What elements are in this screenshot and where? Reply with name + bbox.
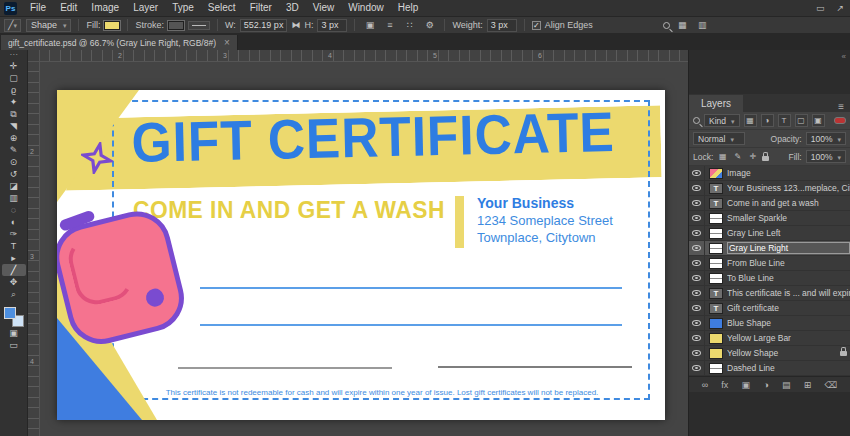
fill-dropdown[interactable]: 100% xyxy=(806,150,846,163)
align-edges-checkbox[interactable] xyxy=(532,21,541,30)
document-tab[interactable]: gift_certificate.psd @ 66.7% (Gray Line … xyxy=(1,35,238,50)
blend-mode-dropdown[interactable]: Normal xyxy=(693,132,745,145)
menu-type[interactable]: Type xyxy=(165,0,201,16)
share-icon[interactable]: ↗ xyxy=(830,3,850,13)
new-layer-icon[interactable]: ⊞ xyxy=(804,380,812,390)
menu-filter[interactable]: Filter xyxy=(243,0,279,16)
link-dimensions-icon[interactable]: ⧓ xyxy=(291,20,300,30)
menu-help[interactable]: Help xyxy=(391,0,426,16)
visibility-toggle[interactable] xyxy=(689,256,705,270)
toolbar-overflow-icon[interactable]: ⋯ xyxy=(10,51,18,60)
layer-mask-icon[interactable]: ▣ xyxy=(742,380,751,390)
visibility-toggle[interactable] xyxy=(689,241,705,255)
workspace-layout-icon[interactable]: ▦ xyxy=(675,19,690,32)
dodge-tool[interactable]: ◐ xyxy=(2,216,26,228)
canvas-document[interactable]: GIFT CERTIFICATE COME IN AND GET A WASH … xyxy=(57,90,665,420)
stroke-style-picker[interactable] xyxy=(188,21,210,30)
layer-row[interactable]: Yellow Shape xyxy=(689,346,850,361)
lock-image-pixels-icon[interactable]: ✎ xyxy=(732,152,743,161)
stroke-swatch[interactable] xyxy=(168,21,184,30)
menu-edit[interactable]: Edit xyxy=(53,0,84,16)
layer-row[interactable]: Blue Shape xyxy=(689,316,850,331)
fill-swatch[interactable] xyxy=(104,21,120,30)
visibility-toggle[interactable] xyxy=(689,271,705,285)
layer-group-icon[interactable]: ▤ xyxy=(782,380,791,390)
layer-row[interactable]: Image xyxy=(689,166,850,181)
search-icon[interactable] xyxy=(663,22,670,29)
eyedropper-tool[interactable]: ◥ xyxy=(2,120,26,132)
menu-layer[interactable]: Layer xyxy=(126,0,165,16)
visibility-toggle[interactable] xyxy=(689,286,705,300)
menu-view[interactable]: View xyxy=(306,0,342,16)
path-alignment-icon[interactable]: ≡ xyxy=(382,19,397,32)
layer-row[interactable]: Yellow Large Bar xyxy=(689,331,850,346)
path-arrangement-icon[interactable]: ∷ xyxy=(402,19,417,32)
tool-preset-picker[interactable]: ╱ xyxy=(4,19,21,32)
menu-file[interactable]: File xyxy=(23,0,53,16)
window-restore-icon[interactable]: ▭ xyxy=(810,3,831,13)
path-select-tool[interactable]: ▸ xyxy=(2,252,26,264)
layer-row[interactable]: Smaller Sparkle xyxy=(689,211,850,226)
zoom-tool[interactable]: ⌕ xyxy=(2,288,26,300)
lasso-tool[interactable]: ϱ xyxy=(2,84,26,96)
tab-layers[interactable]: Layers xyxy=(689,95,743,112)
screen-mode-icon[interactable]: ▭ xyxy=(2,339,26,351)
filter-toggle-switch[interactable] xyxy=(834,117,846,124)
collapse-panels-icon[interactable]: « xyxy=(842,52,846,61)
opacity-dropdown[interactable]: 100% xyxy=(806,132,846,145)
menu-window[interactable]: Window xyxy=(341,0,391,16)
brush-tool[interactable]: ✎ xyxy=(2,144,26,156)
blur-tool[interactable]: ◌ xyxy=(2,204,26,216)
marquee-tool[interactable]: ▢ xyxy=(2,72,26,84)
delete-layer-icon[interactable]: ⌫ xyxy=(825,380,838,390)
layer-row[interactable]: Dashed Line xyxy=(689,361,850,376)
tool-mode-dropdown[interactable]: Shape xyxy=(26,19,72,32)
visibility-toggle[interactable] xyxy=(689,226,705,240)
filter-pixel-layers-icon[interactable]: ▦ xyxy=(744,114,757,127)
visibility-toggle[interactable] xyxy=(689,301,705,315)
pen-tool[interactable]: ✑ xyxy=(2,228,26,240)
visibility-toggle[interactable] xyxy=(689,196,705,210)
layer-row-selected[interactable]: Gray Line Right xyxy=(689,241,850,256)
history-brush-tool[interactable]: ↺ xyxy=(2,168,26,180)
visibility-toggle[interactable] xyxy=(689,181,705,195)
healing-brush-tool[interactable]: ⊕ xyxy=(2,132,26,144)
type-tool[interactable]: T xyxy=(2,240,26,252)
quick-select-tool[interactable]: ✦ xyxy=(2,96,26,108)
workspace-switcher-icon[interactable]: ▥ xyxy=(695,19,710,32)
link-layers-icon[interactable]: ∞ xyxy=(702,380,708,390)
filter-smart-objects-icon[interactable]: ▣ xyxy=(812,114,825,127)
stroke-weight-field[interactable]: 3 px xyxy=(487,19,517,32)
crop-tool[interactable]: ⧉ xyxy=(2,108,26,120)
filter-shape-layers-icon[interactable]: ▢ xyxy=(795,114,808,127)
shape-height-field[interactable]: 3 px xyxy=(317,19,347,32)
visibility-toggle[interactable] xyxy=(689,316,705,330)
menu-3d[interactable]: 3D xyxy=(279,0,306,16)
layer-row[interactable]: Gray Line Left xyxy=(689,226,850,241)
visibility-toggle[interactable] xyxy=(689,361,705,375)
visibility-toggle[interactable] xyxy=(689,166,705,180)
visibility-toggle[interactable] xyxy=(689,211,705,225)
move-tool[interactable]: ✛ xyxy=(2,60,26,72)
filter-type-layers-icon[interactable]: T xyxy=(778,114,791,127)
eraser-tool[interactable]: ◪ xyxy=(2,180,26,192)
filter-kind-dropdown[interactable]: Kind xyxy=(704,114,740,127)
visibility-toggle[interactable] xyxy=(689,346,705,360)
layer-row[interactable]: Gift certificate xyxy=(689,301,850,316)
hand-tool[interactable]: ✥ xyxy=(2,276,26,288)
panel-menu-icon[interactable] xyxy=(832,101,850,112)
clone-stamp-tool[interactable]: ⊙ xyxy=(2,156,26,168)
layer-row[interactable]: To Blue Line xyxy=(689,271,850,286)
layer-row[interactable]: Come in and get a wash xyxy=(689,196,850,211)
menu-image[interactable]: Image xyxy=(84,0,126,16)
layer-row[interactable]: Your Business 123...meplace, Citytown xyxy=(689,181,850,196)
layer-row[interactable]: This certificate is ... and will expire … xyxy=(689,286,850,301)
quick-mask-icon[interactable]: ▣ xyxy=(2,327,26,339)
close-icon[interactable] xyxy=(224,37,230,48)
visibility-toggle[interactable] xyxy=(689,331,705,345)
shape-width-field[interactable]: 552.19 px xyxy=(240,19,288,32)
adjustment-layer-icon[interactable]: ◑ xyxy=(763,380,768,390)
layer-row[interactable]: From Blue Line xyxy=(689,256,850,271)
line-tool[interactable]: ╱ xyxy=(2,264,26,276)
lock-all-icon[interactable] xyxy=(762,156,769,161)
